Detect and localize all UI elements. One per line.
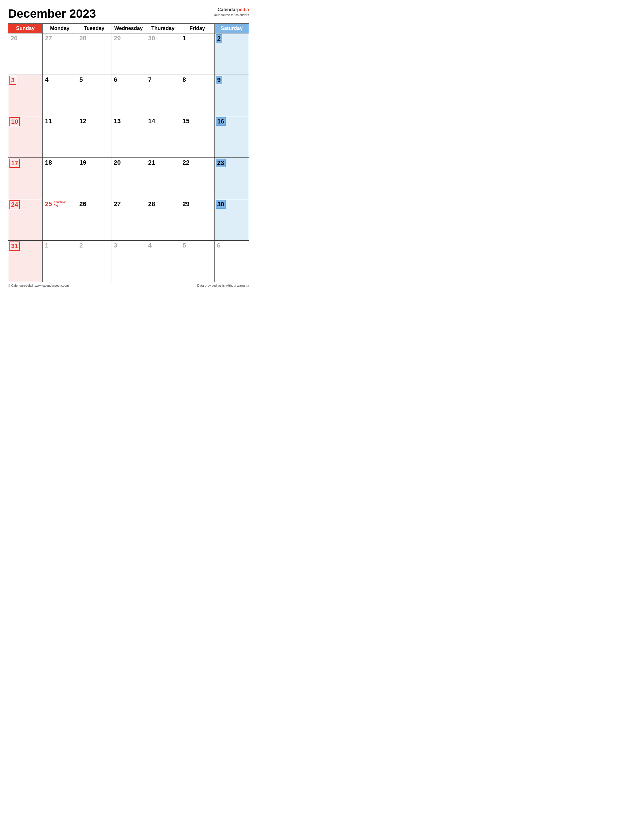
day-number: 26 — [78, 200, 87, 208]
brand-sub: Your source for calendars — [213, 13, 249, 17]
brand-block: Calendarpedia Your source for calendars — [213, 7, 249, 17]
calendar-cell: 22 — [180, 158, 215, 199]
footer: © Calendarpedia® www.calendarpedia.com D… — [8, 284, 249, 287]
day-number: 11 — [44, 117, 53, 125]
day-number: 28 — [147, 200, 156, 208]
day-number: 4 — [147, 241, 153, 249]
footer-right: Data provided 'as is' without warranty — [197, 284, 249, 287]
calendar-cell: 24 — [8, 199, 43, 241]
day-number: 20 — [112, 158, 122, 167]
calendar-cell: 26 — [8, 34, 43, 75]
brand-name: Calendarpedia — [213, 7, 249, 13]
calendar-cell: 30 — [215, 199, 249, 241]
day-number: 3 — [112, 241, 118, 249]
calendar-week-row: 17181920212223 — [8, 158, 249, 199]
calendar-cell: 3 — [111, 241, 146, 282]
day-number: 30 — [216, 200, 225, 209]
calendar-cell: 2 — [77, 241, 111, 282]
calendar-cell: 1 — [43, 241, 77, 282]
day-number: 5 — [78, 76, 84, 84]
footer-left: © Calendarpedia® www.calendarpedia.com — [8, 284, 69, 287]
day-number: 2 — [216, 34, 222, 43]
calendar-cell: 12 — [77, 116, 111, 158]
day-number: 29 — [181, 200, 190, 208]
calendar-cell: 20 — [111, 158, 146, 199]
calendar-week-row: 31123456 — [8, 241, 249, 282]
calendar-cell: 29 — [111, 34, 146, 75]
calendar-cell: 4 — [146, 241, 180, 282]
calendar-cell: 27 — [43, 34, 77, 75]
day-number: 27 — [112, 200, 122, 208]
header-monday: Monday — [43, 24, 77, 34]
brand-italic: pedia — [237, 7, 249, 12]
calendar-cell: 23 — [215, 158, 249, 199]
calendar-table: Sunday Monday Tuesday Wednesday Thursday… — [8, 23, 249, 282]
calendar-cell: 16 — [215, 116, 249, 158]
calendar-cell: 6 — [111, 75, 146, 116]
calendar-cell: 17 — [8, 158, 43, 199]
day-number: 5 — [181, 241, 187, 249]
day-number: 9 — [216, 76, 222, 84]
calendar-cell: 26 — [77, 199, 111, 241]
calendar-cell: 31 — [8, 241, 43, 282]
calendar-cell: 15 — [180, 116, 215, 158]
calendar-cell: 28 — [77, 34, 111, 75]
calendar-cell: 14 — [146, 116, 180, 158]
day-number: 21 — [147, 158, 156, 167]
day-number: 27 — [44, 34, 53, 42]
calendar-week-row: 2425Christmas Day2627282930 — [8, 199, 249, 241]
day-number: 14 — [147, 117, 156, 125]
header-friday: Friday — [180, 24, 215, 34]
calendar-cell: 4 — [43, 75, 77, 116]
day-number: 29 — [112, 34, 122, 42]
calendar-cell: 3 — [8, 75, 43, 116]
header-thursday: Thursday — [146, 24, 180, 34]
day-number: 31 — [9, 241, 20, 251]
calendar-cell: 18 — [43, 158, 77, 199]
calendar-cell: 1 — [180, 34, 215, 75]
day-number: 6 — [216, 241, 222, 249]
calendar-cell: 5 — [180, 241, 215, 282]
page-header: December 2023 Calendarpedia Your source … — [8, 7, 249, 21]
calendar-cell: 7 — [146, 75, 180, 116]
holiday-label: Christmas Day — [54, 201, 66, 207]
day-number: 13 — [112, 117, 122, 125]
calendar-cell: 27 — [111, 199, 146, 241]
day-number: 1 — [44, 241, 49, 249]
day-number: 8 — [181, 76, 187, 84]
day-number: 26 — [9, 34, 18, 42]
day-number: 7 — [147, 76, 153, 84]
calendar-cell: 5 — [77, 75, 111, 116]
header-tuesday: Tuesday — [77, 24, 111, 34]
calendar-cell: 19 — [77, 158, 111, 199]
calendar-cell: 21 — [146, 158, 180, 199]
day-number: 24 — [9, 200, 20, 209]
day-number: 28 — [78, 34, 87, 42]
day-number: 15 — [181, 117, 190, 125]
month-title: December 2023 — [8, 7, 96, 21]
calendar-cell: 2 — [215, 34, 249, 75]
day-number: 18 — [44, 158, 53, 167]
day-number: 25 — [44, 200, 53, 208]
calendar-cell: 9 — [215, 75, 249, 116]
day-number: 19 — [78, 158, 87, 167]
calendar-cell: 11 — [43, 116, 77, 158]
calendar-week-row: 3456789 — [8, 75, 249, 116]
calendar-cell: 8 — [180, 75, 215, 116]
calendar-header-row: Sunday Monday Tuesday Wednesday Thursday… — [8, 24, 249, 34]
calendar-cell: 13 — [111, 116, 146, 158]
day-number: 10 — [9, 117, 20, 126]
calendar-week-row: 10111213141516 — [8, 116, 249, 158]
calendar-cell: 30 — [146, 34, 180, 75]
day-number: 3 — [9, 76, 16, 85]
day-number: 4 — [44, 76, 49, 84]
calendar-cell: 29 — [180, 199, 215, 241]
header-saturday: Saturday — [215, 24, 249, 34]
day-number: 1 — [181, 34, 187, 42]
calendar-cell: 10 — [8, 116, 43, 158]
header-wednesday: Wednesday — [111, 24, 146, 34]
day-number: 2 — [78, 241, 84, 249]
day-number: 22 — [181, 158, 190, 167]
day-number: 23 — [216, 158, 225, 167]
day-number: 6 — [112, 76, 118, 84]
